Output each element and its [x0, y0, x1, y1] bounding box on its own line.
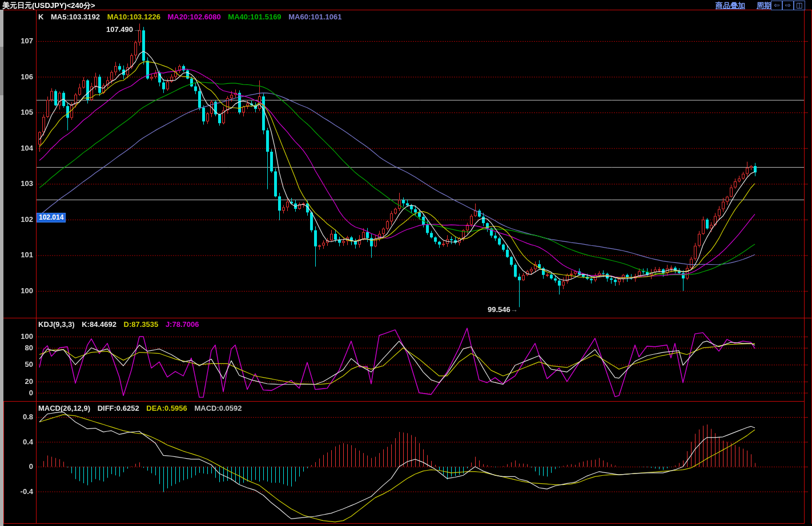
macd-y-axis-label: 0.8: [3, 412, 33, 421]
macd-y-axis-label: 0.4: [3, 438, 33, 446]
main-y-axis-label: 106: [3, 72, 33, 81]
main-y-axis-label: 100: [3, 286, 33, 295]
main-y-axis-label: 101: [3, 250, 33, 259]
kdj-y-axis-label: 100: [3, 332, 33, 341]
kdj-indicator-row: KDJ(9,3,3) K:84.4692 D:87.3535 J:78.7006: [38, 320, 204, 329]
period-link[interactable]: 周期: [757, 1, 771, 11]
macd-y-axis-label: 0: [3, 462, 33, 471]
main-y-axis-label: 104: [3, 144, 33, 152]
kdj-y-axis-label: 50: [3, 360, 33, 369]
main-y-axis-label: 107: [3, 37, 33, 45]
main-y-axis-label: 105: [3, 108, 33, 116]
kdj-y-axis-label: 80: [3, 343, 33, 352]
kdj-k-value: K:84.4692: [82, 320, 116, 329]
kdj-y-axis-label: 20: [3, 377, 33, 386]
ma-indicator-row: K MA5:103.3192 MA10:103.1226 MA20:102.60…: [38, 13, 347, 21]
low-annotation-value: 99.546: [488, 305, 510, 314]
low-annotation-arrow-icon: →: [510, 305, 518, 314]
trading-terminal: { "title_bar": { "title": "美元日元(USDJPY)<…: [0, 0, 812, 526]
kdj-label: KDJ(9,3,3): [38, 320, 75, 329]
split-window-button[interactable]: ◫: [794, 1, 805, 10]
k-label: K: [38, 13, 43, 21]
kdj-y-axis-label: 0: [3, 389, 33, 397]
kdj-d-value: D:87.3535: [124, 320, 159, 329]
window-title: 美元日元(USDJPY)<240分>: [2, 1, 95, 11]
ma60-value: MA60:101.1061: [288, 13, 341, 21]
kdj-j-value: J:78.7006: [166, 320, 199, 329]
macd-diff-value: DIFF:0.6252: [98, 404, 139, 412]
scroll-left-button[interactable]: ⇦: [771, 1, 782, 10]
scroll-right-button[interactable]: ⇨: [782, 1, 794, 10]
chart-canvas[interactable]: [0, 0, 812, 526]
macd-y-axis-label: -0.4: [3, 487, 33, 496]
ma5-value: MA5:103.3192: [51, 13, 100, 21]
macd-label: MACD(26,12,9): [38, 404, 90, 412]
macd-hist-value: MACD:0.0592: [194, 404, 242, 412]
macd-indicator-row: MACD(26,12,9) DIFF:0.6252 DEA:0.5956 MAC…: [38, 404, 247, 412]
ma40-value: MA40:101.5169: [228, 13, 281, 21]
price-tag: 102.014: [37, 213, 66, 222]
high-annotation-arrow-icon: →: [133, 25, 140, 34]
overlay-instrument-link[interactable]: 商品叠加: [715, 1, 745, 11]
main-y-axis-label: 102: [3, 215, 33, 224]
high-annotation-value: 107.490: [106, 25, 133, 34]
high-annotation: 107.490→: [106, 25, 140, 34]
main-y-axis-label: 103: [3, 179, 33, 188]
ma20-value: MA20:102.6080: [168, 13, 221, 21]
macd-dea-value: DEA:0.5956: [146, 404, 187, 412]
title-bar: [0, 0, 812, 10]
low-annotation: 99.546→: [488, 305, 518, 314]
ma10-value: MA10:103.1226: [107, 13, 160, 21]
